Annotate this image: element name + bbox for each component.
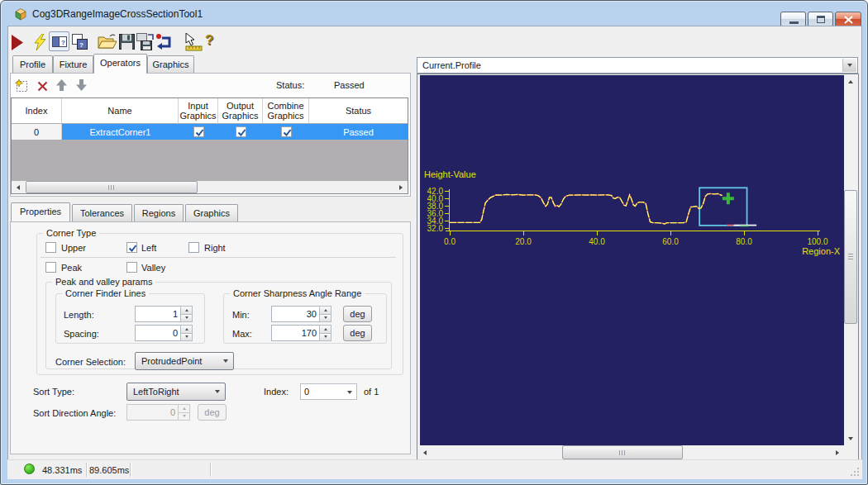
tab-graphics-sub[interactable]: Graphics — [185, 204, 238, 221]
max-up[interactable] — [319, 325, 331, 334]
max-down[interactable] — [319, 334, 331, 342]
tab-properties-label: Properties — [20, 207, 61, 216]
max-value[interactable]: 170 — [271, 325, 319, 341]
tab-operators-label: Operators — [100, 58, 141, 68]
min-value[interactable]: 30 — [271, 306, 319, 322]
output-graphics-checkbox[interactable] — [236, 126, 246, 137]
valley-checkbox[interactable] — [126, 262, 137, 273]
svg-text:Height-Value: Height-Value — [424, 169, 476, 179]
sort-type-combo[interactable]: LeftToRight — [126, 383, 226, 401]
index-value: 0 — [304, 387, 309, 397]
cell-name-value: ExtractCorner1 — [90, 127, 151, 137]
col-header-name[interactable]: Name — [62, 98, 179, 124]
sort-direction-angle-value: 0 — [126, 404, 178, 421]
col-header-input-graphics[interactable]: Input Graphics — [179, 98, 218, 124]
sort-direction-angle-stepper[interactable]: 0 — [126, 404, 190, 421]
display-selector-button[interactable] — [842, 59, 856, 72]
delete-operator-icon[interactable] — [37, 81, 48, 92]
add-operator-icon[interactable] — [15, 79, 28, 93]
peak-checkbox[interactable] — [45, 262, 56, 273]
cell-index[interactable]: 0 — [12, 124, 62, 140]
resize-grip[interactable] — [849, 466, 860, 477]
spacing-label: Spacing: — [64, 329, 99, 339]
run-icon[interactable] — [11, 35, 24, 50]
upper-checkbox[interactable] — [45, 242, 56, 253]
position-cursor-icon[interactable] — [184, 33, 203, 51]
scrollbar-corner — [844, 445, 857, 459]
cell-combine-graphics[interactable] — [263, 124, 309, 140]
col-header-index[interactable]: Index — [12, 98, 62, 124]
length-value[interactable]: 1 — [135, 306, 180, 322]
max-deg-button[interactable]: deg — [343, 325, 372, 341]
chart-scroll-up-arrow[interactable] — [844, 75, 857, 88]
corner-selection-value: ProtrudedPoint — [141, 356, 202, 366]
save-results-icon[interactable] — [136, 33, 155, 50]
cell-input-graphics[interactable] — [179, 124, 218, 140]
tab-regions[interactable]: Regions — [134, 204, 184, 221]
chart-vscrollbar[interactable] — [844, 75, 857, 445]
cell-name[interactable]: ExtractCorner1 — [62, 124, 179, 140]
table-empty-area — [12, 140, 408, 182]
status-separator — [130, 463, 131, 477]
combine-graphics-checkbox[interactable] — [281, 126, 292, 137]
chart-hscroll-thumb[interactable] — [562, 445, 683, 459]
peak-checkbox-label: Peak — [61, 263, 82, 273]
status-time-1: 48.331ms — [42, 465, 82, 475]
chart-scroll-left-arrow[interactable] — [418, 445, 432, 459]
spacing-value[interactable]: 0 — [135, 325, 180, 341]
spacing-stepper[interactable]: 0 — [135, 325, 193, 341]
table-hscroll-thumb[interactable] — [26, 181, 198, 193]
chart-area[interactable]: 42.040.038.036.034.032.00.020.040.060.08… — [420, 75, 844, 445]
col-header-status[interactable]: Status — [309, 98, 408, 124]
cell-output-graphics[interactable] — [218, 124, 263, 140]
chart-hscrollbar[interactable] — [418, 445, 844, 459]
save-icon[interactable] — [119, 34, 135, 50]
svg-text:?: ? — [61, 39, 65, 46]
run-once-icon[interactable] — [32, 34, 47, 50]
col-header-output-graphics[interactable]: Output Graphics — [218, 98, 263, 124]
reset-icon[interactable] — [155, 33, 174, 50]
chart-vscroll-thumb[interactable] — [844, 190, 857, 324]
tab-profile[interactable]: Profile — [12, 55, 53, 74]
cell-status[interactable]: Passed — [309, 124, 408, 140]
display-selector-combo[interactable]: Current.Profile — [417, 57, 858, 74]
corner-selection-combo[interactable]: ProtrudedPoint — [135, 352, 234, 370]
col-header-input-graphics-label: Input Graphics — [179, 101, 217, 121]
move-up-icon[interactable] — [55, 78, 68, 92]
show-tool-window-icon[interactable]: ? — [52, 36, 67, 47]
svg-text:40.0: 40.0 — [589, 237, 605, 246]
max-stepper[interactable]: 170 — [271, 325, 331, 341]
right-checkbox[interactable] — [188, 242, 199, 253]
open-file-icon[interactable] — [98, 34, 117, 50]
max-deg-label: deg — [350, 328, 365, 338]
index-combo[interactable]: 0 — [300, 383, 357, 400]
length-down[interactable] — [180, 315, 193, 323]
table-scroll-left-arrow[interactable] — [12, 181, 25, 193]
profile-viewer: 42.040.038.036.034.032.00.020.040.060.08… — [417, 74, 859, 460]
chart-scroll-down-arrow[interactable] — [844, 432, 857, 445]
length-up[interactable] — [180, 306, 193, 315]
move-down-icon[interactable] — [75, 78, 88, 92]
tab-tolerances[interactable]: Tolerances — [72, 204, 132, 221]
tab-operators[interactable]: Operators — [93, 54, 147, 74]
col-header-combine-graphics[interactable]: Combine Graphics — [263, 98, 309, 124]
tab-fixture[interactable]: Fixture — [53, 55, 93, 74]
spacing-up[interactable] — [180, 325, 193, 334]
length-stepper[interactable]: 1 — [135, 306, 193, 322]
min-up[interactable] — [319, 306, 331, 315]
float-window-icon[interactable]: ? — [72, 34, 88, 50]
min-down[interactable] — [319, 315, 331, 323]
tab-graphics[interactable]: Graphics — [147, 55, 194, 74]
spacing-down[interactable] — [180, 334, 193, 342]
status-separator — [210, 463, 211, 477]
table-hscrollbar[interactable] — [12, 181, 408, 193]
tab-properties[interactable]: Properties — [11, 202, 70, 221]
min-deg-button[interactable]: deg — [343, 306, 372, 322]
table-scroll-right-arrow[interactable] — [394, 181, 408, 193]
svg-text:Region-X: Region-X — [802, 246, 841, 256]
help-icon[interactable]: ? — [205, 32, 213, 49]
left-checkbox[interactable] — [126, 242, 137, 253]
input-graphics-checkbox[interactable] — [193, 126, 204, 137]
min-stepper[interactable]: 30 — [271, 306, 331, 322]
chart-scroll-right-arrow[interactable] — [831, 445, 844, 459]
